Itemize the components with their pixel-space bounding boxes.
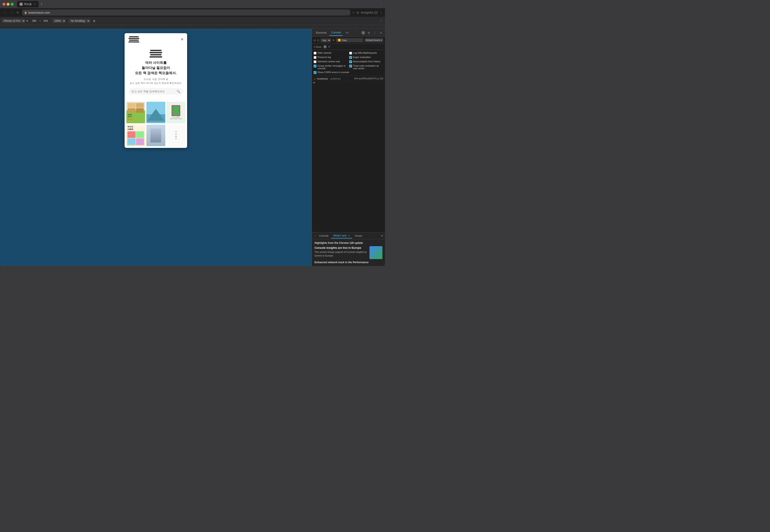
width-input[interactable] [30,19,38,22]
hero-book-icon [128,50,183,58]
new-tab-button[interactable]: + [39,2,44,6]
throttle-select[interactable]: No throttling [68,19,90,23]
zoom-select[interactable]: 100% [52,19,66,23]
back-button[interactable]: ← [3,10,7,15]
console-log-area[interactable]: ⚠ heartbeats undefined 644-aac58f3ca58d4… [312,76,385,232]
eye-icon[interactable]: 👁 [332,39,335,42]
book-card-1[interactable]: 트렌드코리아 2025 [126,102,145,123]
bookmark-button[interactable]: ☆ [352,11,355,14]
device-select[interactable]: iPhone 12 Pro [2,19,25,23]
show-cors-checkbox[interactable] [314,71,316,74]
console-entry-value: undefined [330,77,340,80]
tab-elements[interactable]: Elements [314,30,329,36]
bottom-tab-issues[interactable]: Issues [353,233,365,238]
log-xml-checkbox[interactable] [349,52,352,55]
address-bar: ← → ↻ 🔒 bookmoeum.com ☆ ⊡ Incognito (2) … [0,8,385,17]
filter-icon-label: 🔽 [338,39,341,42]
more-icon[interactable]: ⋮ [372,30,377,35]
show-cors-label: Show CORS errors in console [318,71,349,74]
default-levels-button[interactable]: Default levels ▾ [365,38,383,42]
mobile-frame: ≡ 여러 사이트를 돌아다닐 필요없이 [125,33,187,148]
hide-network-checkbox[interactable] [314,52,316,55]
book-title-1: 트렌드코리아 [128,114,144,117]
context-select[interactable]: top [321,38,331,42]
whats-new-close-button[interactable]: ✕ [348,234,350,237]
reader-view-button[interactable]: ⊡ [357,11,359,14]
preserve-log-label: Preserve log [318,56,331,58]
whats-new-section: Console insights are live in Europe This… [315,246,382,259]
bottom-tab-console[interactable]: Console [317,233,331,238]
times-icon: × [39,19,41,22]
cover-3-design [172,105,180,116]
reload-button[interactable]: ↻ [16,10,20,15]
hero-line-3 [150,54,161,55]
hero-line-4 [150,56,162,58]
console-entry-link[interactable]: 644-aac58f3ca58d4751.js:136 [354,77,383,80]
book-cover-4: 부모의어휘력 [126,125,145,146]
close-bottom-panel-button[interactable]: ✕ [381,234,383,238]
traffic-lights [3,3,14,6]
filter-input[interactable]: 🔽 Filter [336,38,363,42]
height-input[interactable] [42,19,50,22]
highlight-title: Highlights from the Chrome 128 update [315,241,382,244]
option-show-cors: Show CORS errors in console [314,71,383,74]
url-text: bookmoeum.com [28,11,50,14]
group-similar-label: Group similar messages in console [318,64,348,70]
book-cover-2 [146,102,165,123]
console-expand-arrow[interactable]: ▶ [312,81,385,84]
selected-context-label: Selected context only [318,60,340,63]
book-cover-3: 고선이 담뿐다어떤이 어떤이 어떤이 [167,102,185,123]
book-card-6[interactable]: 아무일도 [167,125,185,146]
filter-icon[interactable]: ⊡ [317,39,319,42]
mobile-hero: 여러 사이트를 돌아다닐 필요없이 모든 책 검색은 책모음에서. 도서관, 서… [125,45,187,102]
search-bar[interactable]: 🔍 [128,88,183,95]
tab-close-button[interactable]: ✕ [33,3,36,6]
more-button[interactable]: ⋮ [379,11,382,14]
book-card-2[interactable] [146,102,165,123]
forward-button[interactable]: → [9,10,14,15]
console-settings-icon[interactable]: ⚙ [328,45,330,48]
tab-favicon: 📚 [20,3,23,6]
bottom-tab-whats-new[interactable]: What's new ✕ [331,233,352,238]
cover-3-text: 고선이 담뿐다어떤이 어떤이 어떤이 [170,116,182,120]
active-tab[interactable]: 📚 책모음 ✕ [17,1,39,7]
warning-icon: ⚠ [314,78,316,80]
issue-count-badge[interactable]: 1 [361,31,365,35]
settings-icon[interactable]: ⚙ [366,30,371,35]
tab-console[interactable]: Console [329,30,343,36]
clear-console-icon[interactable]: ⊘ [314,39,316,42]
device-toolbar: iPhone 12 Pro ▾ × 100% No throttling ⊕ ⋮ [0,17,385,25]
search-input[interactable] [131,90,175,93]
section-link[interactable]: Enhanced network track in the Performanc… [315,261,382,264]
url-bar[interactable]: 🔒 bookmoeum.com [22,9,350,16]
preserve-log-checkbox[interactable] [314,56,316,59]
bottom-more-icon[interactable]: ⋮ [314,234,316,237]
console-entry-heartbeats: ⚠ heartbeats undefined 644-aac58f3ca58d4… [312,77,385,81]
book-card-4[interactable]: 부모의어휘력 [126,125,145,146]
group-similar-checkbox[interactable] [314,65,316,67]
minimize-button[interactable] [7,3,9,6]
incognito-button[interactable]: Incognito (2) [361,11,378,14]
option-preserve-log: Preserve log [314,56,348,59]
treat-code-checkbox[interactable] [349,65,352,67]
responsive-icon[interactable]: ⊕ [92,19,96,23]
book-card-3[interactable]: 고선이 담뿐다어떤이 어떤이 어떤이 [167,102,185,123]
selected-context-checkbox[interactable] [314,60,316,63]
window-expand-icon[interactable]: ⌃ [380,3,382,6]
logo-book-stack [128,36,139,42]
maximize-button[interactable] [11,3,14,6]
book-card-5[interactable] [146,125,165,146]
chrome-thumbnail [369,246,382,259]
close-button[interactable] [3,3,5,6]
hide-network-label: Hide network [318,52,331,54]
autocomplete-checkbox[interactable] [349,60,352,63]
close-devtools-button[interactable]: ✕ [379,30,383,35]
console-entry-text: heartbeats undefined [317,77,353,80]
mobile-menu-button[interactable]: ≡ [181,37,183,42]
more-options-icon[interactable]: ⋮ [379,19,383,23]
bottom-panel-content-area: Highlights from the Chrome 128 update Co… [312,239,385,266]
eager-eval-checkbox[interactable] [349,56,352,59]
tab-more[interactable]: >> [343,30,351,36]
option-treat-code: Treat code evaluation as user action [349,64,383,70]
book-cover-1: 트렌드코리아 2025 [126,102,145,123]
